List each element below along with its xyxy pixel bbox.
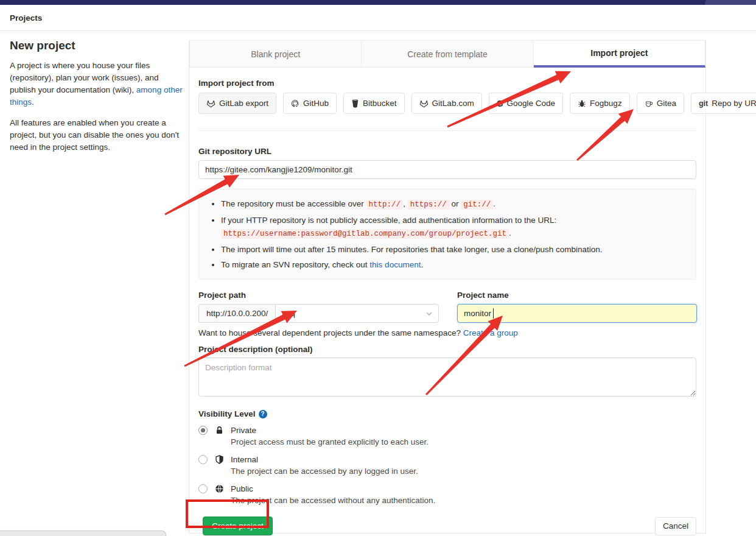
tab-create-from-template[interactable]: Create from template <box>362 40 533 68</box>
bitbucket-icon <box>351 99 359 108</box>
top-navbar <box>0 0 756 5</box>
visibility-label-text: Visibility Level <box>198 409 256 418</box>
breadcrumb-bar: Projects <box>0 5 756 31</box>
visibility-level-label: Visibility Level ? <box>198 409 696 418</box>
breadcrumb[interactable]: Projects <box>10 13 42 23</box>
text-cursor <box>493 308 494 319</box>
project-path-field: Project path http://10.0.0.200/ zeq <box>198 291 439 323</box>
project-name-field: Project name <box>457 291 697 323</box>
namespace-hint: Want to house several dependent projects… <box>198 328 696 337</box>
sidebar-intro: A project is where you house your files … <box>10 60 183 108</box>
note-protocols: The repository must be accessible over h… <box>221 198 686 211</box>
repo-by-url-button[interactable]: git Repo by URL <box>691 93 756 114</box>
note-text: . <box>509 228 511 238</box>
public-description: The project can be accessed without any … <box>231 495 696 506</box>
gitlab-icon <box>419 99 429 108</box>
import-notes-well: The repository must be accessible over h… <box>198 189 696 280</box>
visibility-option-public: Public The project can be accessed witho… <box>198 484 696 506</box>
note-text: . <box>493 199 495 208</box>
sidebar-intro-period: . <box>32 97 34 107</box>
sidebar-features-note: All features are enabled when you create… <box>10 117 183 153</box>
visibility-option-internal: Internal The project can be accessed by … <box>198 455 696 477</box>
note-svn: To migrate an SVN repository, check out … <box>221 259 686 270</box>
note-text: To migrate an SVN repository, check out <box>221 260 369 269</box>
project-name-label: Project name <box>457 291 697 300</box>
note-text: The repository must be accessible over <box>221 199 366 208</box>
visibility-option-private: Private Project access must be granted e… <box>198 426 696 448</box>
project-description-label: Project description (optional) <box>198 345 696 354</box>
globe-icon <box>212 484 226 493</box>
public-label: Public <box>231 484 696 493</box>
gitea-label: Gitea <box>657 99 676 108</box>
note-text: , <box>403 199 408 208</box>
note-text: or <box>449 199 461 208</box>
fogbugz-button[interactable]: Fogbugz <box>570 93 630 114</box>
note-text: If your HTTP repository is not publicly … <box>221 216 556 225</box>
bitbucket-button[interactable]: Bitbucket <box>343 93 405 114</box>
google-g-icon: G <box>497 99 503 108</box>
page-title: New project <box>10 39 183 52</box>
browser-status-strip <box>0 531 166 536</box>
public-radio[interactable] <box>198 484 208 493</box>
namespace-value: zeq <box>282 309 295 318</box>
gitlab-export-button[interactable]: GitLab export <box>198 93 276 114</box>
bug-icon <box>578 99 586 108</box>
google-code-label: Google Code <box>507 99 556 108</box>
repo-by-url-label: Repo by URL <box>712 99 756 108</box>
project-path-prefix: http://10.0.0.200/ <box>198 304 275 323</box>
bitbucket-label: Bitbucket <box>363 99 397 108</box>
git-repo-url-input[interactable] <box>198 160 696 179</box>
project-path-label: Project path <box>198 291 439 300</box>
note-auth: If your HTTP repository is not publicly … <box>221 214 686 240</box>
code-git: git:// <box>461 200 493 210</box>
github-label: GitHub <box>303 99 329 108</box>
google-code-button[interactable]: G Google Code <box>489 93 563 114</box>
internal-label: Internal <box>231 455 696 464</box>
code-auth-url: https://username:password@gitlab.company… <box>221 229 509 239</box>
gitlab-icon <box>206 99 215 108</box>
git-logo-icon: git <box>699 99 708 108</box>
path-name-row: Project path http://10.0.0.200/ zeq Proj… <box>198 291 696 323</box>
gitlab-com-label: GitLab.com <box>432 99 474 108</box>
gitlab-export-label: GitLab export <box>219 99 268 108</box>
code-http: http:// <box>366 200 404 210</box>
private-description: Project access must be granted explicitl… <box>231 437 696 448</box>
gitea-cup-icon <box>645 99 653 108</box>
import-source-buttons: GitLab export GitHub Bitbucket GitLab.co… <box>198 93 696 114</box>
shield-icon <box>212 455 226 464</box>
note-timeout: The import will time out after 15 minute… <box>221 244 686 255</box>
create-project-button[interactable]: Create project <box>203 517 273 535</box>
help-icon[interactable]: ? <box>259 410 267 418</box>
chevron-down-icon <box>425 309 433 318</box>
sidebar: New project A project is where you house… <box>10 39 183 162</box>
this-document-link[interactable]: this document <box>369 260 421 269</box>
github-icon <box>291 99 299 108</box>
import-from-label: Import project from <box>198 79 696 88</box>
private-radio[interactable] <box>198 426 208 435</box>
code-https: https:// <box>408 200 449 210</box>
import-project-form: Import project from GitLab export GitHub… <box>189 79 705 535</box>
new-project-panel: Blank project Create from template Impor… <box>189 40 706 534</box>
lock-icon <box>212 426 226 435</box>
form-actions: Create project Cancel <box>198 517 696 535</box>
internal-description: The project can be accessed by any logge… <box>231 466 696 477</box>
namespace-hint-text: Want to house several dependent projects… <box>198 328 463 337</box>
tab-blank-project[interactable]: Blank project <box>189 40 362 68</box>
gitlab-com-button[interactable]: GitLab.com <box>411 93 482 114</box>
project-description-textarea[interactable] <box>198 358 696 397</box>
private-label: Private <box>231 426 696 435</box>
cancel-button[interactable]: Cancel <box>655 517 696 535</box>
divider <box>198 130 696 131</box>
github-button[interactable]: GitHub <box>283 93 337 114</box>
fogbugz-label: Fogbugz <box>590 99 622 108</box>
navbar-active-item <box>705 0 756 5</box>
git-repo-url-label: Git repository URL <box>198 147 696 156</box>
note-text: . <box>421 260 423 269</box>
create-a-group-link[interactable]: Create a group <box>463 328 518 337</box>
project-type-tabs: Blank project Create from template Impor… <box>189 40 705 68</box>
tab-import-project[interactable]: Import project <box>534 40 705 68</box>
gitea-button[interactable]: Gitea <box>637 93 684 114</box>
namespace-select[interactable]: zeq <box>275 304 439 323</box>
internal-radio[interactable] <box>198 455 208 464</box>
